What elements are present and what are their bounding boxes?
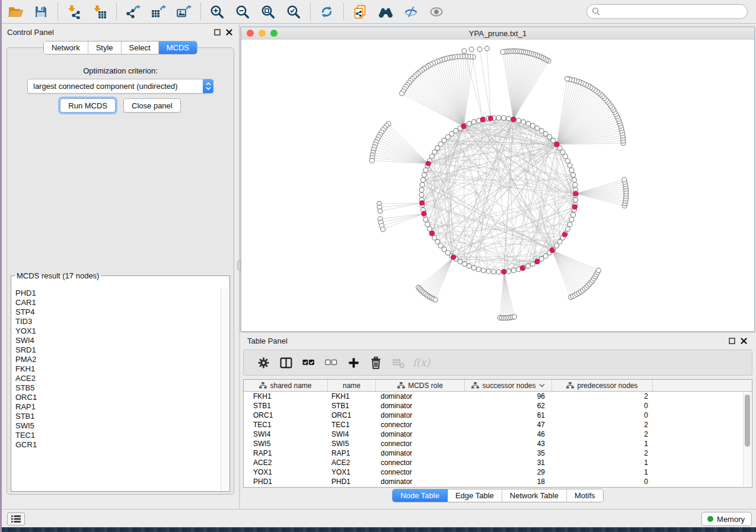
mcds-result-item[interactable]: PMA2 [12,355,221,364]
show-columns-button[interactable] [277,354,295,371]
mcds-hub-node[interactable] [502,270,506,274]
mcds-result-item[interactable]: SRD1 [12,345,221,355]
export-network-button[interactable] [123,2,143,21]
network-node[interactable] [512,315,517,319]
table-mode-gear-button[interactable] [254,354,272,371]
table-row[interactable]: ORC1ORC1dominator610 [244,411,752,420]
network-node[interactable] [462,262,467,267]
cell[interactable]: FKH1 [328,392,376,400]
mcds-result-item[interactable]: STP4 [12,307,221,317]
cell[interactable]: 31 [465,459,552,467]
cell[interactable]: 43 [465,440,552,448]
cell[interactable]: FKH1 [244,392,328,400]
network-node[interactable] [557,239,562,244]
network-node[interactable] [369,158,374,163]
close-panel-button-mcds[interactable]: Close panel [123,98,181,113]
cell[interactable]: 46 [465,430,552,438]
table-row[interactable]: PHD1PHD1dominator180 [244,477,752,486]
cell[interactable]: TEC1 [244,421,328,429]
network-node[interactable] [442,138,446,143]
network-node[interactable] [429,154,434,159]
tab-style[interactable]: Style [88,41,122,54]
network-node[interactable] [435,146,440,150]
tab-network-table[interactable]: Network Table [502,489,567,502]
mcds-hub-node[interactable] [562,232,567,237]
cell[interactable]: STB1 [244,402,328,410]
cell[interactable]: 0 [552,402,653,410]
cell[interactable]: 2 [552,430,653,438]
network-node[interactable] [471,120,476,124]
cell[interactable]: dominator [376,430,465,438]
network-node[interactable] [419,187,424,192]
network-node[interactable] [543,132,548,136]
mcds-hub-node[interactable] [420,201,425,206]
network-node[interactable] [425,222,430,227]
cell[interactable]: dominator [376,402,465,410]
tab-network[interactable]: Network [44,41,88,54]
zoom-out-button[interactable] [232,2,253,21]
network-node[interactable] [502,116,506,120]
cell[interactable]: connector [376,459,465,467]
cell[interactable]: connector [376,421,465,429]
network-node[interactable] [471,265,476,270]
open-file-button[interactable] [5,2,25,21]
close-panel-button[interactable] [225,28,233,36]
table-float-button[interactable] [728,337,736,345]
cell[interactable]: YOX1 [328,468,376,476]
cell[interactable]: 1 [552,459,653,467]
table-row[interactable]: SWI5SWI5connector431 [244,439,752,448]
network-node[interactable] [477,47,482,52]
column-header-predecessor-nodes[interactable]: predecessor nodes [552,380,653,391]
tab-motifs[interactable]: Motifs [567,489,603,502]
mcds-result-item[interactable]: SWI4 [12,336,221,345]
column-header-name[interactable]: name [328,380,376,391]
column-header-successor-nodes[interactable]: successor nodes [465,380,552,391]
network-node[interactable] [554,243,559,248]
network-node[interactable] [438,142,443,146]
network-node[interactable] [511,268,516,273]
network-node[interactable] [563,154,568,159]
tab-node-table[interactable]: Node Table [393,489,448,502]
network-node[interactable] [516,118,521,123]
cell[interactable]: 2 [552,449,653,457]
cell[interactable]: SWI4 [244,430,328,438]
export-table-button[interactable] [148,2,168,21]
network-node[interactable] [535,126,540,130]
network-node[interactable] [462,49,467,53]
network-node[interactable] [420,178,425,182]
cell[interactable]: ACE2 [328,459,376,467]
mcds-result-item[interactable]: YOX1 [12,326,221,336]
cell[interactable]: ORC1 [328,411,376,419]
mcds-hub-node[interactable] [429,231,434,236]
cell[interactable]: ACE2 [244,459,328,467]
network-node[interactable] [469,47,474,52]
cell[interactable]: PHD1 [244,477,328,486]
network-node[interactable] [378,209,382,213]
network-node[interactable] [423,217,428,222]
network-node[interactable] [445,251,450,255]
network-node[interactable] [419,193,424,197]
cell[interactable]: 18 [465,477,552,486]
network-node[interactable] [565,76,570,81]
table-row[interactable]: SWI4SWI4dominator462 [244,430,752,439]
mcds-hub-node[interactable] [572,204,577,209]
network-canvas[interactable] [241,40,754,331]
cell[interactable]: STB1 [328,402,376,410]
network-node[interactable] [481,268,486,273]
cell[interactable]: dominator [376,411,465,419]
cell[interactable]: 47 [465,421,552,429]
cell[interactable]: 2 [552,392,653,400]
network-node[interactable] [526,264,531,268]
network-node[interactable] [573,182,578,187]
network-node[interactable] [569,217,574,222]
network-node[interactable] [569,168,574,172]
cell[interactable]: 2 [552,421,653,429]
mcds-hub-node[interactable] [554,142,559,147]
cell[interactable]: 29 [465,468,552,476]
memory-button[interactable]: Memory [701,512,752,526]
mcds-hub-node[interactable] [451,255,456,259]
cell[interactable]: connector [376,440,465,448]
network-node[interactable] [551,138,556,143]
birds-eye-view-button[interactable] [426,2,446,21]
zoom-selected-button[interactable] [283,2,304,21]
